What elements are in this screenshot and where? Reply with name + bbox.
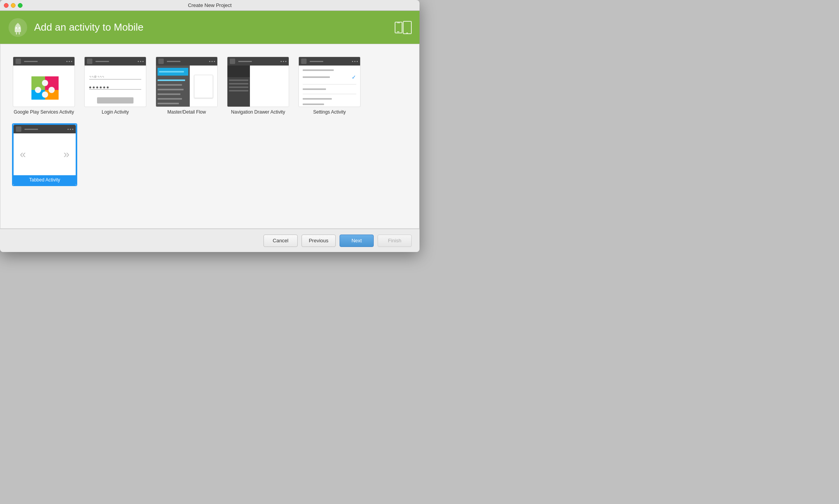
- phone-bar-t: [14, 125, 76, 133]
- gps-content: [13, 66, 75, 107]
- tab-arrows: « »: [20, 148, 69, 161]
- left-arrow-icon: «: [20, 148, 26, 161]
- phone-bar-left-nd: [230, 59, 235, 64]
- master-detail-label: Master/Detail Flow: [167, 109, 206, 115]
- login-content: ∿∿@ ∿∿∿: [85, 66, 146, 107]
- settings-content: ✓: [299, 66, 360, 107]
- activity-item-login[interactable]: ∿∿@ ∿∿∿: [83, 56, 147, 116]
- maximize-button[interactable]: [18, 3, 23, 8]
- phone-bar-md: [156, 57, 217, 66]
- minimize-button[interactable]: [11, 3, 16, 8]
- svg-rect-8: [403, 21, 411, 34]
- svg-point-11: [35, 87, 41, 93]
- phone-bar-left-s: [301, 59, 307, 64]
- close-button[interactable]: [4, 3, 9, 8]
- nav-panel: [227, 66, 250, 107]
- phone-bar-left: [16, 59, 21, 64]
- svg-rect-5: [395, 22, 402, 33]
- activity-item-master-detail[interactable]: Master/Detail Flow: [155, 56, 218, 116]
- phone-bar-s: [299, 57, 360, 66]
- main-content: Google Play Services Activity ∿∿@ ∿∿∿: [0, 44, 420, 229]
- phone-bar-left-md: [158, 59, 164, 64]
- activity-item-tabbed[interactable]: « » Tabbed Activity: [12, 123, 77, 186]
- activity-item-google-play[interactable]: Google Play Services Activity: [12, 56, 76, 116]
- settings-label: Settings Activity: [313, 109, 346, 115]
- traffic-lights: [4, 3, 23, 8]
- phone-bar-dots-md: [209, 61, 215, 62]
- header-title: Add an activity to Mobile: [34, 21, 144, 33]
- phone-bar: [13, 57, 75, 66]
- activity-item-settings[interactable]: ✓ Settings Activity: [298, 56, 361, 116]
- android-logo: [8, 17, 28, 38]
- device-icons: [395, 21, 412, 35]
- login-label: Login Activity: [102, 109, 129, 115]
- title-bar: Create New Project: [0, 0, 420, 11]
- nav-drawer-preview-outer: [227, 57, 289, 107]
- detail-card: [194, 75, 213, 98]
- svg-rect-4: [19, 32, 20, 35]
- drawer-main: [250, 66, 289, 107]
- nav-drawer-label: Navigation Drawer Activity: [231, 109, 285, 115]
- tabbed-content: « »: [14, 133, 76, 175]
- svg-point-10: [42, 80, 48, 86]
- tabbed-label: Tabbed Activity: [14, 175, 76, 185]
- phone-bar-nd: [227, 57, 289, 66]
- svg-point-12: [49, 87, 55, 93]
- google-play-preview: [13, 57, 75, 107]
- header: Add an activity to Mobile: [0, 11, 420, 44]
- activities-grid: Google Play Services Activity ∿∿@ ∿∿∿: [8, 52, 411, 190]
- tabbed-preview: « »: [14, 125, 76, 175]
- activity-item-nav-drawer[interactable]: Navigation Drawer Activity: [226, 56, 290, 116]
- tabbed-selected-wrapper: « » Tabbed Activity: [13, 124, 76, 185]
- phone-bar-dots-login: [138, 61, 144, 62]
- svg-point-13: [42, 91, 48, 98]
- phone-bar-dots-t: [68, 129, 73, 130]
- svg-rect-9: [406, 33, 408, 33]
- settings-preview: ✓: [298, 57, 361, 107]
- phone-bar-dots-s: [352, 61, 358, 62]
- window-title: Create New Project: [188, 2, 232, 8]
- phone-bar-login: [85, 57, 146, 66]
- master-detail-preview-outer: [156, 57, 218, 107]
- phone-bar-left-login: [87, 59, 92, 64]
- cancel-button[interactable]: Cancel: [263, 235, 298, 247]
- footer: Cancel Previous Next Finish: [0, 229, 420, 252]
- right-arrow-icon: »: [63, 148, 69, 161]
- previous-button[interactable]: Previous: [302, 235, 336, 247]
- login-preview: ∿∿@ ∿∿∿: [84, 57, 146, 107]
- google-play-label: Google Play Services Activity: [14, 109, 74, 115]
- svg-rect-3: [16, 32, 17, 35]
- nav-drawer-body: [227, 66, 289, 107]
- phone-bar-dots: [66, 61, 72, 62]
- master-panel: [156, 66, 190, 107]
- master-detail-preview-inner: [156, 66, 217, 107]
- finish-button: Finish: [378, 235, 412, 247]
- phone-bar-left-t: [16, 126, 21, 132]
- next-button[interactable]: Next: [340, 235, 374, 247]
- svg-rect-7: [397, 31, 399, 32]
- phone-bar-dots-nd: [281, 61, 286, 62]
- detail-panel: [190, 66, 217, 107]
